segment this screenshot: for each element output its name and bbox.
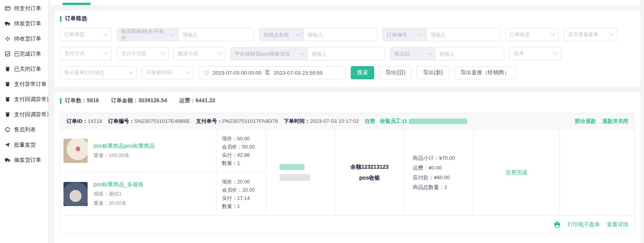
sidebar-item-label: 批量发货 [14, 142, 36, 149]
order-status-select[interactable]: 订单状态 [505, 28, 559, 41]
pickup-search-combo: 自提点名称 [259, 28, 377, 41]
refresh-circle-icon [5, 127, 11, 133]
printer-icon [554, 221, 561, 228]
order-card-footer: 打印电子面单 查看详情 [60, 215, 635, 233]
filter-panel: 订单筛选 订单类型 购买昵称/姓名/手机号 自提点名称 [55, 10, 640, 87]
pay-method-select[interactable]: 支付方式 [60, 47, 112, 60]
filter-row-1: 订单类型 购买昵称/姓名/手机号 自提点名称 订单编号 [60, 28, 635, 41]
goods-id-search-input[interactable] [435, 47, 504, 60]
product-spec: 规格：测试1 [93, 191, 143, 198]
buyer-field-select[interactable]: 购买昵称/姓名/手机号 [117, 28, 179, 41]
sidebar-item-payment-exception[interactable]: 支付异常订单 [0, 77, 48, 92]
sidebar-item-callback-exception-refund[interactable]: 支付回调异常退款 [0, 107, 48, 122]
clock-icon [204, 70, 209, 75]
payment-channel: pos收银 [359, 175, 380, 182]
sidebar-item-pending-shipment[interactable]: 待发货订单 [0, 16, 48, 31]
sidebar-item-label: 已完成订单 [14, 51, 41, 58]
trash-icon [5, 66, 11, 72]
filter-title-text: 订单筛选 [65, 15, 87, 22]
verifier-select[interactable]: 平台核销员/pos收银员信 [231, 47, 308, 60]
sidebar-item-urge-shipment[interactable]: 催发货订单 [0, 152, 48, 168]
pay-group-select[interactable]: 支付方式组 [117, 47, 169, 60]
order-id: 订单ID：14218 [67, 118, 102, 125]
pickup-name-select[interactable]: 自提点名称 [260, 28, 304, 41]
sidebar: 待支付订单 待发货订单 待收货订单 已完成订单 已关闭订单 支付异常订单 支付回… [0, 0, 49, 243]
redacted-cashier-info [409, 119, 467, 124]
order-header-actions: 部分退款 退款并关闭 [575, 118, 629, 125]
products-region: pos称重商品pos称重商品 重量：100.00克 现价：50.00 会员价：5… [60, 129, 266, 215]
product-name-link[interactable]: pos称重商品pos称重商品 [93, 143, 155, 150]
chevron-down-icon [551, 31, 555, 36]
truck-icon [5, 21, 11, 26]
chevron-down-icon [553, 51, 557, 55]
chevron-down-icon [296, 32, 300, 36]
verifier-search-input[interactable] [308, 47, 385, 60]
order-summary: 订单数：5816 订单金额：3039126.54 运费：6441.22 [60, 97, 635, 104]
filter-row-2: 支付方式 支付方式组 配送方式 平台核销员/pos收银员信 商品ID [60, 47, 635, 60]
sidebar-item-callback-exception-order[interactable]: 支付回调异常订单 [0, 92, 48, 107]
redacted-buyer-phone [280, 174, 310, 181]
sidebar-item-batch-shipment[interactable]: 批量发货 [0, 137, 48, 152]
product-row: pos称重商品pos称重商品 重量：100.00克 现价：50.00 会员价：5… [60, 129, 266, 172]
current-price: 现价：20.00 [222, 178, 264, 186]
trash-icon [5, 112, 11, 117]
order-no-search-input[interactable] [427, 28, 500, 41]
order-time: 下单时间：2023-07-03 10:17:02 [284, 118, 359, 125]
main-content: 订单筛选 订单类型 购买昵称/姓名/手机号 自提点名称 [51, 0, 644, 243]
export-new-button[interactable]: 导出(新) [417, 66, 449, 79]
order-no-search-combo: 订单编号 [382, 28, 500, 41]
paid-price: 实付：17.14 [222, 194, 264, 202]
sort-select[interactable]: 排序 [509, 47, 561, 60]
order-card: 订单ID：14218 订单编号：SN2307031017E49B8E 支付单号：… [60, 113, 635, 234]
date-start: 2023-07-03 00:00:00 [213, 70, 261, 76]
green-bar [60, 98, 62, 104]
order-admin-page: 待支付订单 待发货订单 待收货订单 已完成订单 已关闭订单 支付异常订单 支付回… [0, 0, 644, 243]
receive-box-icon [5, 36, 11, 42]
chevron-down-icon [609, 31, 613, 36]
product-name-link[interactable]: pos称重商品_多规格 [93, 181, 143, 188]
chevron-down-icon [419, 32, 423, 36]
chevron-down-icon [217, 51, 222, 55]
sidebar-item-aftersale-list[interactable]: 售后列表 [0, 122, 48, 137]
view-detail-link[interactable]: 查看详情 [607, 221, 628, 228]
verifier-search-combo: 平台核销员/pos收银员信 [231, 47, 385, 60]
sidebar-item-pending-receipt[interactable]: 待收货订单 [0, 31, 48, 46]
sidebar-item-closed[interactable]: 已关闭订单 [0, 61, 48, 77]
product-info: pos称重商品pos称重商品 重量：100.00克 [93, 143, 155, 159]
card-icon [5, 5, 11, 11]
order-status-text: 交易完成 [506, 169, 528, 176]
chevron-down-icon [160, 51, 165, 55]
print-eorder-link[interactable]: 打印电子面单 [567, 221, 600, 228]
sidebar-item-label: 支付异常订单 [14, 81, 47, 88]
eorder-print-status-select[interactable]: 电子面单打印状态 [60, 66, 137, 79]
goods-id-select[interactable]: 商品ID [391, 47, 435, 60]
search-button[interactable]: 搜索 [351, 66, 374, 79]
redacted-buyer-name [280, 164, 304, 170]
amount-column: 商品小计：¥70.00 运费：¥0.00 应付款：¥60.00 商品总数量：2 [404, 129, 473, 215]
pickup-search-input[interactable] [304, 28, 377, 41]
sidebar-item-pending-payment[interactable]: 待支付订单 [0, 1, 48, 16]
product-price-cell: 现价：20.00 会员价：20.00 实付：17.14 数量：1 [216, 173, 266, 215]
partial-refund-link[interactable]: 部分退款 [575, 118, 596, 125]
first-order-select[interactable]: 是否搜索首单 [564, 28, 617, 41]
total-quantity: 商品总数量：2 [413, 182, 447, 192]
green-bar [60, 16, 62, 22]
trash-icon [5, 96, 11, 102]
order-type-select[interactable]: 订单类型 [60, 28, 112, 41]
goods-subtotal: 商品小计：¥70.00 [413, 153, 455, 163]
date-range-picker[interactable]: 2023-07-03 00:00:00 至 2023-07-03 23:59:5… [199, 66, 346, 79]
export-direct-button[interactable]: 导出直推（经销商） [454, 66, 516, 79]
member-price: 会员价：50.00 [222, 143, 264, 151]
goods-id-search-combo: 商品ID [390, 47, 504, 60]
delivery-method-select[interactable]: 配送方式 [174, 47, 225, 60]
export-old-button[interactable]: 导出(旧) [379, 66, 412, 79]
order-no-select[interactable]: 订单编号 [383, 28, 427, 41]
product-price-cell: 现价：50.00 会员价：50.00 实付：42.86 数量：1 [216, 129, 266, 172]
refund-and-close-link[interactable]: 退款并关闭 [602, 118, 629, 125]
tab-bar-remnant [51, 0, 640, 5]
product-cell: pos称重商品_多规格 规格：测试1 重量：20.00克 [60, 173, 216, 215]
no-search-time-select[interactable]: 不搜索时间 [142, 66, 194, 79]
sidebar-item-completed[interactable]: 已完成订单 [0, 46, 48, 61]
buyer-search-input[interactable] [179, 28, 254, 41]
payable-amount: 应付款：¥60.00 [413, 173, 450, 182]
